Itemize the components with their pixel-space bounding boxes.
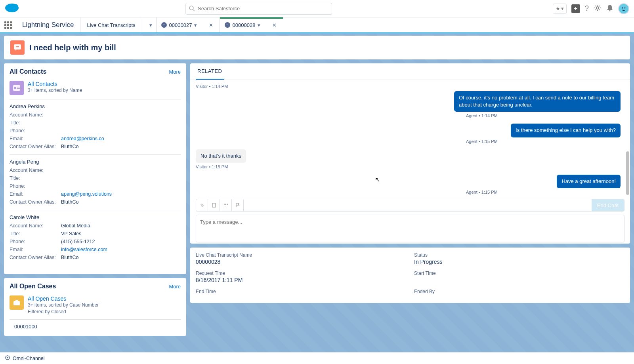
chevron-down-icon[interactable]: ▾	[194, 22, 197, 28]
field-value-email[interactable]: andrea@perkins.co	[61, 135, 104, 143]
contact-name-link[interactable]: Carole White	[10, 214, 181, 220]
search-input[interactable]	[185, 3, 332, 15]
knowledge-icon[interactable]	[208, 199, 220, 211]
field-value: BluthCo	[61, 143, 78, 151]
end-chat-button[interactable]: End Chat	[592, 199, 624, 211]
transcript-details-card: Live Chat Transcript Name00000028StatusI…	[190, 248, 630, 303]
svg-rect-18	[17, 88, 20, 89]
cases-more-link[interactable]: More	[169, 284, 181, 290]
chat-bubble: Have a great afternoon!	[557, 175, 621, 188]
svg-point-6	[609, 10, 611, 11]
field-label: Title:	[10, 230, 61, 238]
detail-label: Live Chat Transcript Name	[196, 252, 406, 258]
close-icon[interactable]: ✕	[207, 22, 215, 28]
svg-line-4	[193, 10, 195, 11]
contact-block: Andrea PerkinsAccount Name:Title:Phone:E…	[10, 103, 181, 155]
field-label: Phone:	[10, 127, 61, 135]
related-panel: RELATED Visitor • 1:14 PM Of course, it'…	[190, 63, 630, 244]
svg-point-12	[16, 46, 17, 48]
related-tab[interactable]: RELATED	[196, 63, 224, 80]
chat-bubble: Of course, it's no problem at all. I can…	[454, 91, 621, 112]
chat-message-row: No that's it thanks	[196, 149, 621, 163]
field-value: VP Sales	[61, 230, 81, 238]
detail-label: Status	[414, 252, 624, 258]
salesforce-logo[interactable]	[5, 3, 19, 14]
field-label: Email:	[10, 135, 61, 143]
contacts-more-link[interactable]: More	[169, 69, 181, 75]
svg-rect-20	[15, 300, 18, 301]
contacts-list-icon	[10, 81, 24, 95]
field-value-email[interactable]: info@salesforce.com	[61, 246, 107, 253]
chevron-down-icon: ▾	[149, 22, 152, 28]
contact-name-link[interactable]: Angela Peng	[10, 159, 181, 165]
chat-message-input[interactable]	[196, 215, 624, 242]
app-launcher-icon[interactable]	[0, 17, 16, 32]
case-number-link[interactable]: 00001000	[10, 324, 181, 330]
detail-label: End Time	[196, 289, 406, 294]
chat-icon	[225, 22, 230, 28]
nav-item-dropdown[interactable]: ▾	[142, 17, 156, 32]
detail-field: Live Chat Transcript Name00000028	[196, 252, 406, 269]
field-label: Email:	[10, 246, 61, 253]
svg-rect-21	[212, 203, 216, 207]
global-header: ★ ▾ + ?	[0, 0, 634, 17]
header-actions: ★ ▾ + ?	[553, 3, 629, 14]
user-avatar[interactable]	[618, 3, 629, 14]
chat-timestamp: Agent • 1:15 PM	[466, 190, 621, 194]
chat-scrollbar[interactable]	[625, 80, 629, 244]
cases-listview-meta1: 3+ items, sorted by Case Number	[28, 302, 99, 309]
context-bar: Lightning Service Live Chat Transcripts …	[0, 17, 634, 33]
all-contacts-card: All Contacts More All Contacts 3+ items,…	[4, 63, 186, 274]
notifications-bell-icon[interactable]	[606, 4, 613, 13]
field-value-email[interactable]: apeng@peng.solutions	[61, 190, 112, 198]
flag-icon[interactable]	[232, 199, 244, 211]
all-open-cases-card: All Open Cases More All Open Cases 3+ it…	[4, 278, 186, 336]
contacts-listview-meta: 3+ items, sorted by Name	[28, 87, 82, 94]
field-value: Global Media	[61, 222, 90, 230]
detail-field: Request Time8/16/2017 1:11 PM	[196, 271, 406, 287]
svg-point-7	[619, 4, 628, 13]
detail-label: Request Time	[196, 271, 406, 276]
workspace-tab-1[interactable]: 00000027 ▾ ✕	[156, 17, 220, 32]
contacts-listview-title[interactable]: All Contacts	[28, 81, 82, 87]
transfer-icon[interactable]	[220, 199, 232, 211]
global-search[interactable]	[185, 3, 332, 15]
favorites-button[interactable]: ★ ▾	[553, 4, 567, 14]
help-icon[interactable]: ?	[585, 4, 589, 13]
chat-bubble: Is there something else I can help you w…	[511, 124, 621, 137]
tab-label: 00000028	[233, 22, 256, 28]
nav-item-live-chat-transcripts[interactable]: Live Chat Transcripts	[80, 17, 141, 32]
field-value: (415) 555-1212	[61, 238, 95, 246]
cases-card-title: All Open Cases	[10, 283, 56, 290]
attach-link-icon[interactable]	[196, 199, 208, 211]
chat-message-row: Have a great afternoon!	[196, 175, 621, 188]
detail-value: 8/16/2017 1:11 PM	[196, 277, 406, 283]
svg-point-1	[6, 5, 12, 10]
field-value: BluthCo	[61, 253, 78, 261]
svg-point-3	[189, 6, 193, 10]
detail-field: Start Time	[414, 271, 624, 287]
svg-point-2	[12, 4, 18, 10]
detail-value: In Progress	[414, 259, 624, 265]
chat-timestamp: Visitor • 1:15 PM	[196, 164, 621, 169]
field-label: Contact Owner Alias:	[10, 143, 61, 151]
chat-transcript-scroll[interactable]: Visitor • 1:14 PM Of course, it's no pro…	[196, 84, 624, 199]
chevron-down-icon[interactable]: ▾	[258, 22, 260, 28]
cases-list-icon	[10, 295, 24, 310]
chat-timestamp: Agent • 1:14 PM	[466, 113, 621, 118]
chat-icon	[161, 22, 167, 28]
global-create-button[interactable]: +	[571, 4, 580, 13]
svg-point-8	[622, 7, 623, 8]
chevron-down-icon: ▾	[561, 6, 564, 11]
close-icon[interactable]: ✕	[271, 22, 278, 28]
field-label: Contact Owner Alias:	[10, 198, 61, 206]
live-chat-icon	[10, 40, 25, 55]
detail-label: Ended By	[414, 289, 624, 294]
workspace-tab-2[interactable]: 00000028 ▾ ✕	[220, 17, 283, 32]
contact-name-link[interactable]: Andrea Perkins	[10, 103, 181, 109]
svg-point-5	[596, 7, 599, 9]
chat-message-row: Of course, it's no problem at all. I can…	[196, 91, 621, 112]
cases-listview-title[interactable]: All Open Cases	[28, 295, 99, 302]
field-label: Title:	[10, 119, 61, 127]
setup-gear-icon[interactable]	[594, 4, 602, 13]
